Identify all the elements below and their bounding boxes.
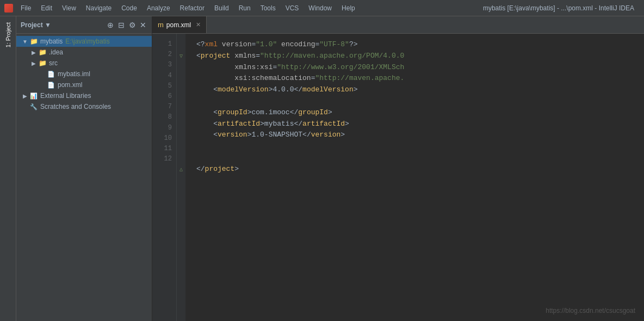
code-content[interactable]: <?xml version="1.0" encoding="UTF-8"?> <… <box>185 34 644 321</box>
menu-code[interactable]: Code <box>117 3 141 13</box>
line-num-11: 11 <box>152 144 172 154</box>
editor-area: m pom.xml ✕ 1 2 3 4 5 6 7 8 9 10 11 12 <box>152 16 644 321</box>
tab-label: pom.xml <box>166 21 191 29</box>
label-iml: mybatis.iml <box>58 70 90 78</box>
tree-item-idea[interactable]: ▶ 📁 .idea <box>16 47 152 58</box>
line-num-4: 4 <box>152 71 172 81</box>
tree-item-iml[interactable]: 📄 mybatis.iml <box>16 69 152 79</box>
menu-analyze[interactable]: Analyze <box>143 3 175 13</box>
tab-close-button[interactable]: ✕ <box>196 21 201 28</box>
titlebar: File Edit View Navigate Code Analyze Ref… <box>0 0 644 16</box>
fold-marker-1 <box>177 39 185 51</box>
label-ext-libs: External Libraries <box>40 92 91 100</box>
fold-marker-5 <box>177 84 185 96</box>
menu-edit[interactable]: Edit <box>36 3 57 13</box>
line-num-1: 1 <box>152 39 172 50</box>
watermark: https://blog.csdn.net/csucsgoat <box>546 307 635 314</box>
menu-file[interactable]: File <box>16 3 35 13</box>
iml-icon: 📄 <box>47 70 55 78</box>
line-num-6: 6 <box>152 91 172 102</box>
arrow-ext-libs: ▶ <box>21 93 29 99</box>
tree-item-scratches[interactable]: 🔧 Scratches and Consoles <box>16 101 152 112</box>
fold-marker-11 <box>177 152 185 164</box>
fold-marker-2[interactable]: ▽ <box>177 51 185 62</box>
tree-item-mybatis[interactable]: ▼ 📁 mybatis E:\java\mybatis <box>16 36 152 47</box>
line-num-9: 9 <box>152 123 172 133</box>
path-mybatis: E:\java\mybatis <box>65 38 109 45</box>
fold-marker-9 <box>177 129 185 141</box>
line-num-3: 3 <box>152 60 172 70</box>
pom-xml-tab[interactable]: m pom.xml ✕ <box>152 16 207 33</box>
menu-help[interactable]: Help <box>337 3 360 13</box>
menu-tools[interactable]: Tools <box>256 3 280 13</box>
label-mybatis: mybatis <box>40 38 63 45</box>
label-pom: pom.xml <box>58 81 82 89</box>
line-num-7: 7 <box>152 102 172 112</box>
main-layout: 1: Project Project ▼ ⊕ ⊟ ⚙ ✕ ▼ 📁 mybatis… <box>0 16 644 321</box>
collapse-icon[interactable]: ⊟ <box>117 21 126 29</box>
line-num-2: 2 <box>152 50 172 60</box>
menu-bar: File Edit View Navigate Code Analyze Ref… <box>16 3 483 13</box>
label-scratches: Scratches and Consoles <box>40 103 111 110</box>
fold-marker-4 <box>177 73 185 84</box>
fold-marker-6 <box>177 96 185 107</box>
fold-marker-12[interactable]: △ <box>177 164 185 175</box>
label-src: src <box>49 59 58 67</box>
line-num-8: 8 <box>152 112 172 122</box>
folder-icon-idea: 📁 <box>38 48 47 57</box>
tab-bar: m pom.xml ✕ <box>152 16 644 34</box>
folder-icon-src: 📁 <box>38 59 47 67</box>
fold-marker-3 <box>177 62 185 73</box>
tree-item-pom[interactable]: 📄 pom.xml <box>16 79 152 90</box>
scratches-icon: 🔧 <box>29 102 38 111</box>
arrow-idea: ▶ <box>29 50 38 55</box>
tree-item-ext-libs[interactable]: ▶ 📊 External Libraries <box>16 90 152 101</box>
library-icon: 📊 <box>29 91 38 100</box>
menu-refactor[interactable]: Refactor <box>176 3 209 13</box>
arrow-src: ▶ <box>29 60 38 66</box>
project-header: Project ▼ ⊕ ⊟ ⚙ ✕ <box>16 16 152 34</box>
project-tab-strip[interactable]: 1: Project <box>3 19 14 51</box>
menu-vcs[interactable]: VCS <box>281 3 304 13</box>
line-num-10: 10 <box>152 133 172 144</box>
fold-gutter: ▽ △ <box>177 34 185 321</box>
menu-run[interactable]: Run <box>234 3 255 13</box>
close-icon[interactable]: ✕ <box>139 21 147 29</box>
line-num-12: 12 <box>152 154 172 164</box>
fold-marker-8 <box>177 119 185 130</box>
settings-icon[interactable]: ⚙ <box>128 21 137 29</box>
code-editor[interactable]: 1 2 3 4 5 6 7 8 9 10 11 12 ▽ <box>152 34 644 321</box>
line-numbers: 1 2 3 4 5 6 7 8 9 10 11 12 <box>152 34 177 321</box>
project-panel-title: Project ▼ <box>21 21 104 29</box>
label-idea: .idea <box>49 48 63 56</box>
xml-icon: 📄 <box>47 81 55 89</box>
menu-build[interactable]: Build <box>210 3 233 13</box>
menu-navigate[interactable]: Navigate <box>82 3 116 13</box>
tab-file-icon: m <box>158 21 164 29</box>
arrow-mybatis: ▼ <box>21 39 29 45</box>
add-icon[interactable]: ⊕ <box>106 21 115 29</box>
file-tree: ▼ 📁 mybatis E:\java\mybatis ▶ 📁 .idea ▶ … <box>16 34 152 321</box>
line-num-5: 5 <box>152 81 172 91</box>
project-panel: Project ▼ ⊕ ⊟ ⚙ ✕ ▼ 📁 mybatis E:\java\my… <box>16 16 152 321</box>
window-title: mybatis [E:\java\mybatis] - ...\pom.xml … <box>483 4 640 12</box>
tree-item-src[interactable]: ▶ 📁 src <box>16 58 152 69</box>
folder-icon-mybatis: 📁 <box>29 37 38 46</box>
sidebar-strip: 1: Project <box>0 16 16 321</box>
fold-marker-10 <box>177 141 185 152</box>
menu-window[interactable]: Window <box>304 3 336 13</box>
app-icon <box>4 4 13 13</box>
menu-view[interactable]: View <box>58 3 81 13</box>
fold-marker-7 <box>177 107 185 119</box>
